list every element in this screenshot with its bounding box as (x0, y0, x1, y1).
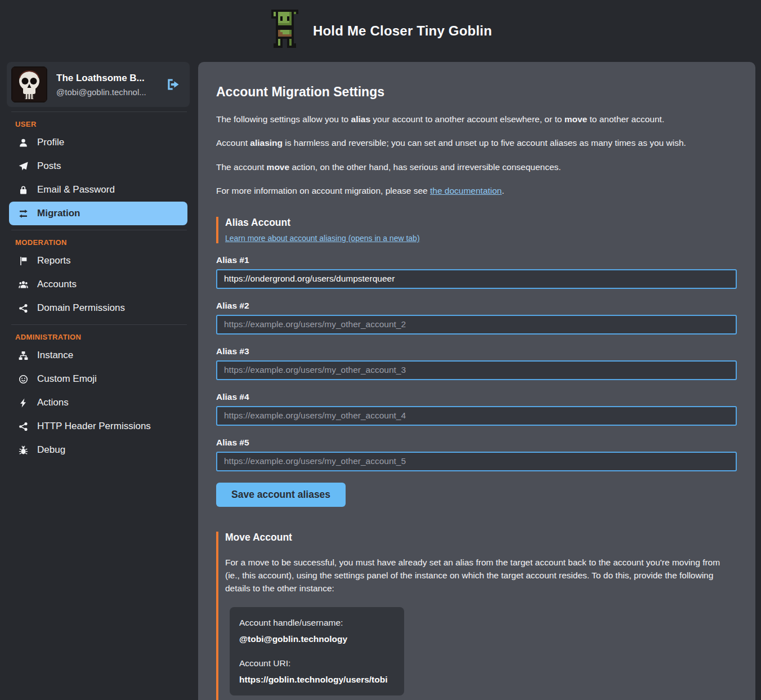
users-icon (18, 279, 29, 290)
sitemap-icon (18, 350, 29, 361)
sidebar-item-label: Actions (37, 397, 69, 408)
emphasis-text: alias (351, 114, 370, 124)
move-details-box: Account handle/username:@tobi@goblin.tec… (230, 607, 404, 695)
body-text: to another account. (587, 114, 664, 124)
body-text: is harmless and reversible; you can set … (283, 138, 686, 148)
alias-input-3[interactable] (216, 360, 737, 380)
emphasis-text: move (267, 162, 290, 172)
sidebar-item-posts[interactable]: Posts (9, 154, 187, 178)
alias-field-3: Alias #3 (216, 346, 737, 380)
paper-plane-icon (18, 161, 29, 172)
alias-account-heading: Alias Account (225, 217, 737, 229)
lock-icon (19, 185, 28, 195)
sidebar-item-label: Migration (37, 208, 80, 219)
exchange-icon (18, 208, 29, 219)
alias-input-1[interactable] (216, 269, 737, 289)
nav-category-moderation: MODERATION (15, 238, 198, 247)
emphasis-text: move (565, 114, 588, 124)
sidebar-item-label: Domain Permissions (37, 302, 125, 314)
alias-input-4[interactable] (216, 406, 737, 426)
body-text: your account to another account elsewher… (370, 114, 565, 124)
bug-icon (18, 445, 29, 456)
sidebar-item-debug[interactable]: Debug (9, 438, 187, 462)
share-nodes-icon (19, 304, 28, 313)
share-nodes-icon (18, 421, 29, 432)
sidebar-item-label: Reports (37, 255, 71, 266)
emphasis-text: aliasing (250, 138, 283, 148)
user-icon (18, 137, 29, 148)
site-header: Hold Me Closer Tiny Goblin (0, 0, 761, 62)
user-display-name: The Loathsome B... (56, 73, 157, 84)
alias-label-2: Alias #2 (216, 301, 737, 311)
move-detail-value: https://goblin.technology/users/tobi (239, 675, 395, 685)
share-nodes-icon (18, 303, 29, 314)
alias-learn-more-link[interactable]: Learn more about account aliasing (opens… (225, 234, 420, 243)
sidebar-item-label: HTTP Header Permissions (37, 421, 151, 432)
move-detail-value: @tobi@goblin.technology (239, 634, 395, 644)
alias-field-4: Alias #4 (216, 392, 737, 426)
alias-form: Alias #1Alias #2Alias #3Alias #4Alias #5 (216, 255, 737, 471)
nav-section-divider (11, 112, 187, 112)
move-account-description: For a move to be successful, you must ha… (225, 556, 732, 595)
flag-icon (18, 256, 29, 266)
bolt-icon (18, 398, 29, 408)
alias-label-4: Alias #4 (216, 392, 737, 402)
page-title: Account Migration Settings (216, 84, 737, 100)
sidebar-item-reports[interactable]: Reports (9, 249, 187, 273)
nav-section-divider (11, 324, 187, 325)
move-detail-row: Account URI:https://goblin.technology/us… (239, 658, 395, 685)
body-text: Account (216, 138, 250, 148)
sidebar-item-domain-permissions[interactable]: Domain Permissions (9, 296, 187, 320)
move-detail-label: Account handle/username: (239, 618, 395, 628)
site-title: Hold Me Closer Tiny Goblin (313, 23, 492, 39)
alias-field-2: Alias #2 (216, 301, 737, 335)
sign-out-icon[interactable] (166, 77, 182, 92)
sidebar-item-profile[interactable]: Profile (9, 131, 187, 154)
smiley-icon (19, 374, 28, 384)
body-text: action, on the other hand, has serious a… (289, 162, 561, 172)
user-card: The Loathsome B... @tobi@goblin.technol.… (7, 62, 190, 107)
move-detail-row: Account handle/username:@tobi@goblin.tec… (239, 618, 395, 644)
alias-input-5[interactable] (216, 452, 737, 471)
move-account-section: Move Account For a move to be successful… (216, 532, 737, 700)
alias-account-section-header: Alias Account Learn more about account a… (216, 217, 737, 243)
sitemap-icon (19, 351, 28, 360)
save-account-aliases-button[interactable]: Save account aliases (216, 483, 346, 507)
documentation-link[interactable]: the documentation (430, 186, 502, 195)
nav-section-divider (11, 230, 187, 230)
alias-label-5: Alias #5 (216, 438, 737, 448)
intro-paragraph: For more information on account migratio… (216, 185, 737, 197)
alias-input-2[interactable] (216, 315, 737, 335)
flag-icon (19, 256, 28, 266)
users-icon (19, 280, 28, 289)
move-detail-label: Account URI: (239, 658, 395, 668)
intro-text: The following settings allow you to alia… (216, 113, 737, 198)
body-text: The account (216, 162, 267, 172)
bug-icon (19, 445, 28, 455)
sidebar-nav: USERProfilePostsEmail & PasswordMigratio… (0, 112, 198, 462)
sidebar-item-actions[interactable]: Actions (9, 391, 187, 414)
sidebar-item-label: Accounts (37, 279, 77, 290)
sidebar-item-label: Debug (37, 444, 65, 456)
lock-icon (18, 185, 29, 195)
sidebar-item-http-header-permissions[interactable]: HTTP Header Permissions (9, 414, 187, 438)
sidebar: The Loathsome B... @tobi@goblin.technol.… (0, 62, 198, 462)
bolt-icon (19, 398, 28, 408)
alias-field-5: Alias #5 (216, 438, 737, 471)
user-icon (19, 138, 28, 148)
body-text: . (502, 186, 504, 195)
nav-category-user: USER (15, 120, 198, 128)
sidebar-item-instance[interactable]: Instance (9, 344, 187, 367)
sidebar-item-label: Email & Password (37, 184, 115, 195)
sidebar-item-email-password[interactable]: Email & Password (9, 178, 187, 202)
settings-panel: Account Migration Settings The following… (198, 62, 755, 700)
intro-paragraph: The following settings allow you to alia… (216, 113, 737, 126)
sidebar-item-custom-emoji[interactable]: Custom Emoji (9, 367, 187, 391)
smiley-icon (18, 374, 29, 385)
move-account-heading: Move Account (225, 532, 737, 543)
body-text: The following settings allow you to (216, 114, 351, 124)
intro-paragraph: The account move action, on the other ha… (216, 161, 737, 173)
sidebar-item-accounts[interactable]: Accounts (9, 273, 187, 296)
sidebar-item-migration[interactable]: Migration (9, 202, 187, 225)
alias-label-1: Alias #1 (216, 255, 737, 265)
